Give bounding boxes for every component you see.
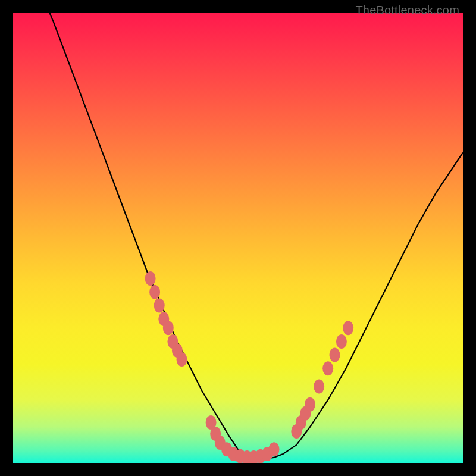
highlight-dot — [314, 380, 324, 394]
highlight-dot — [154, 298, 165, 312]
highlight-dot — [336, 334, 347, 349]
highlight-dot — [343, 321, 353, 335]
highlight-dot — [163, 321, 174, 335]
highlight-dot — [177, 352, 187, 367]
curve-layer — [13, 0, 463, 458]
highlight-dot — [269, 442, 280, 456]
markers-layer — [145, 271, 354, 465]
bottleneck-curve — [13, 0, 463, 458]
highlight-dot — [145, 271, 156, 286]
highlight-dot — [305, 397, 315, 412]
chart-svg — [0, 0, 476, 476]
highlight-dot — [149, 285, 160, 299]
highlight-dot — [322, 361, 333, 375]
highlight-dot — [330, 348, 340, 362]
